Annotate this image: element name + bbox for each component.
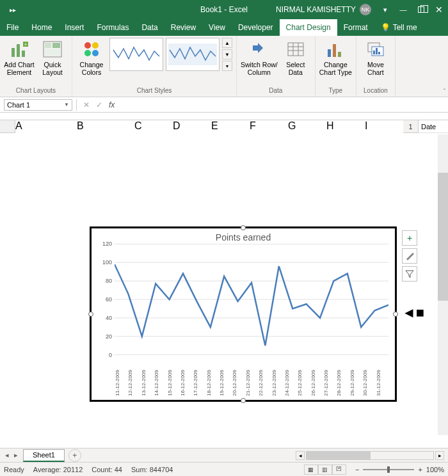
column-header-B[interactable]: B	[77, 120, 134, 133]
zoom-out[interactable]: −	[355, 466, 359, 473]
x-tick-label: 16-12-2009	[180, 360, 193, 396]
resize-handle-s[interactable]	[241, 398, 246, 403]
svg-rect-1	[17, 44, 20, 57]
tab-review[interactable]: Review	[164, 19, 202, 36]
name-box[interactable]: Chart 1 ▼	[4, 99, 72, 111]
chart-styles-button[interactable]	[402, 248, 417, 264]
tell-me[interactable]: 💡Tell me	[374, 19, 424, 36]
horizontal-scrollbar[interactable]	[306, 451, 434, 460]
account-button[interactable]: NIRMAL KAMISHETTY NK	[276, 4, 371, 15]
x-tick-label: 24-12-2009	[284, 360, 297, 396]
x-tick-label: 20-12-2009	[232, 360, 244, 396]
ribbon-tabs: File Home Insert Formulas Data Review Vi…	[0, 19, 448, 36]
sheet-tab-sheet1[interactable]: Sheet1	[23, 449, 65, 462]
confirm-formula-icon[interactable]: ✓	[96, 100, 102, 109]
x-tick-label: 22-12-2009	[258, 360, 271, 396]
bulb-icon: 💡	[381, 23, 390, 32]
switch-row-column-button[interactable]: Switch Row/ Column	[241, 38, 278, 76]
y-tick-label: 80	[97, 278, 112, 284]
add-chart-element-button[interactable]: + Add Chart Element	[4, 38, 35, 76]
tab-home[interactable]: Home	[25, 19, 58, 36]
chart-series-line[interactable]	[115, 264, 388, 345]
svg-rect-2	[22, 51, 25, 57]
tab-developer[interactable]: Developer	[232, 19, 280, 36]
svg-rect-6	[45, 43, 51, 48]
column-header-D[interactable]: D	[173, 120, 211, 133]
tab-file[interactable]: File	[0, 19, 25, 36]
tab-chart-design[interactable]: Chart Design	[280, 19, 337, 36]
embedded-chart[interactable]: Points earned 02040608010012011-12-20091…	[90, 226, 397, 402]
chart-style-1[interactable]	[109, 38, 163, 71]
sheet-nav-prev[interactable]: ◂	[5, 451, 9, 459]
close-button[interactable]: ✕	[430, 0, 448, 19]
change-colors-icon	[81, 39, 102, 60]
maximize-button[interactable]	[412, 0, 430, 19]
tab-format[interactable]: Format	[337, 19, 374, 36]
hscroll-right[interactable]: ▸	[435, 451, 444, 460]
chart-filters-button[interactable]	[402, 266, 417, 282]
spreadsheet-grid: ABCDEFGHI1DatePoints earned211-12-200998…	[0, 120, 448, 133]
svg-point-9	[84, 42, 91, 49]
styles-scroll-down[interactable]: ▼	[222, 49, 232, 60]
tab-view[interactable]: View	[202, 19, 232, 36]
x-tick-label: 28-12-2009	[336, 360, 349, 396]
sheet-nav-next[interactable]: ▸	[14, 451, 18, 459]
column-header-E[interactable]: E	[211, 120, 250, 133]
quick-access[interactable]: ▸▸	[0, 6, 26, 13]
column-header-A[interactable]: A	[15, 120, 77, 133]
add-sheet-button[interactable]: +	[68, 449, 81, 462]
hscroll-left[interactable]: ◂	[296, 451, 305, 460]
svg-rect-0	[12, 48, 15, 57]
zoom-slider[interactable]	[363, 469, 414, 470]
move-chart-button[interactable]: Move Chart	[360, 38, 391, 76]
zoom-in[interactable]: +	[418, 466, 422, 473]
svg-point-11	[84, 50, 91, 56]
row-header-1[interactable]: 1	[403, 120, 419, 133]
namebox-dropdown-icon[interactable]: ▼	[64, 102, 69, 107]
resize-handle-n[interactable]	[241, 225, 246, 230]
fx-icon[interactable]: fx	[109, 100, 115, 109]
styles-more[interactable]: ▾	[222, 61, 232, 71]
cell-A1[interactable]: Date	[419, 120, 448, 133]
cancel-formula-icon[interactable]: ✕	[83, 100, 90, 109]
column-header-C[interactable]: C	[134, 120, 173, 133]
tab-data[interactable]: Data	[135, 19, 164, 36]
collapse-ribbon-icon[interactable]: ˇ	[444, 88, 445, 95]
x-tick-label: 29-12-2009	[349, 360, 362, 396]
column-header-F[interactable]: F	[250, 120, 288, 133]
column-header-G[interactable]: G	[288, 120, 326, 133]
group-label-chart-styles: Chart Styles	[76, 87, 232, 96]
quick-layout-button[interactable]: Quick Layout	[37, 38, 68, 76]
svg-text:+: +	[24, 42, 28, 47]
ribbon-options-icon[interactable]: ▾	[376, 0, 394, 19]
zoom-level[interactable]: 100%	[426, 466, 444, 473]
minimize-button[interactable]: —	[394, 0, 412, 19]
x-tick-label: 11-12-2009	[115, 360, 127, 396]
ribbon: + Add Chart Element Quick Layout Chart L…	[0, 36, 448, 97]
change-colors-button[interactable]: Change Colors	[76, 38, 107, 76]
styles-scroll-up[interactable]: ▲	[222, 38, 232, 48]
view-page-break[interactable]: 凹	[332, 464, 346, 475]
y-tick-label: 20	[97, 333, 112, 340]
column-header-H[interactable]: H	[326, 120, 365, 133]
tab-insert[interactable]: Insert	[58, 19, 90, 36]
view-page-layout[interactable]: ▥	[318, 464, 332, 475]
select-data-button[interactable]: Select Data	[280, 38, 311, 76]
sheet-tab-bar: ◂ ▸ Sheet1 + ◂ ▸	[0, 448, 448, 462]
x-tick-label: 23-12-2009	[271, 360, 284, 396]
vertical-scrollbar[interactable]	[438, 134, 448, 435]
svg-rect-13	[168, 44, 217, 65]
y-tick-label: 0	[97, 352, 112, 358]
view-normal[interactable]: ▦	[304, 464, 318, 475]
column-header-I[interactable]: I	[365, 120, 403, 133]
change-chart-type-button[interactable]: Change Chart Type	[319, 38, 352, 76]
group-label-type: Type	[319, 87, 352, 96]
tab-formulas[interactable]: Formulas	[90, 19, 135, 36]
svg-rect-7	[52, 43, 60, 48]
svg-point-10	[92, 42, 99, 49]
chart-title[interactable]: Points earned	[92, 228, 395, 244]
chart-elements-button[interactable]: +	[402, 230, 417, 246]
chart-plot-area[interactable]	[115, 244, 388, 355]
chart-style-2[interactable]	[166, 38, 220, 71]
select-all-button[interactable]	[0, 120, 15, 133]
